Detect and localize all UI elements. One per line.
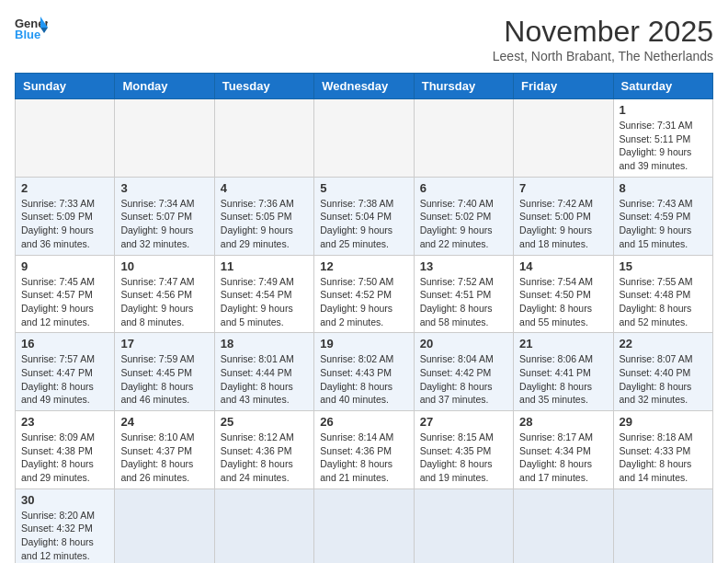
- day-number: 5: [320, 181, 407, 195]
- column-header-thursday: Thursday: [414, 74, 513, 99]
- day-info: Sunrise: 7:49 AM Sunset: 4:54 PM Dayligh…: [221, 275, 308, 329]
- day-number: 13: [420, 259, 507, 273]
- day-number: 28: [519, 415, 607, 429]
- day-number: 24: [120, 415, 208, 429]
- column-header-friday: Friday: [514, 74, 613, 99]
- title-area: November 2025 Leest, North Brabant, The …: [493, 15, 713, 63]
- calendar-cell: 11Sunrise: 7:49 AM Sunset: 4:54 PM Dayli…: [214, 255, 313, 333]
- calendar-cell: 24Sunrise: 8:10 AM Sunset: 4:37 PM Dayli…: [115, 411, 214, 489]
- calendar-week-row: 1Sunrise: 7:31 AM Sunset: 5:11 PM Daylig…: [16, 99, 713, 178]
- calendar-cell: 7Sunrise: 7:42 AM Sunset: 5:00 PM Daylig…: [514, 177, 613, 255]
- calendar-cell: 5Sunrise: 7:38 AM Sunset: 5:04 PM Daylig…: [314, 177, 414, 255]
- month-title: November 2025: [493, 15, 713, 49]
- day-info: Sunrise: 8:06 AM Sunset: 4:41 PM Dayligh…: [519, 352, 607, 407]
- svg-marker-3: [40, 28, 48, 33]
- calendar-cell: [414, 488, 513, 563]
- logo: General Blue: [15, 15, 48, 40]
- day-number: 19: [320, 337, 407, 350]
- calendar-cell: [214, 99, 313, 178]
- column-header-tuesday: Tuesday: [214, 74, 313, 99]
- day-info: Sunrise: 7:33 AM Sunset: 5:09 PM Dayligh…: [21, 197, 108, 251]
- day-number: 9: [21, 259, 108, 273]
- column-header-saturday: Saturday: [613, 74, 712, 99]
- svg-text:Blue: Blue: [15, 28, 40, 40]
- day-number: 25: [221, 415, 308, 429]
- day-info: Sunrise: 7:57 AM Sunset: 4:47 PM Dayligh…: [21, 352, 108, 407]
- calendar-cell: [115, 99, 214, 178]
- calendar-cell: 16Sunrise: 7:57 AM Sunset: 4:47 PM Dayli…: [16, 333, 115, 411]
- day-number: 14: [519, 259, 607, 273]
- calendar-cell: [214, 488, 313, 563]
- calendar-cell: 23Sunrise: 8:09 AM Sunset: 4:38 PM Dayli…: [16, 411, 115, 489]
- calendar-cell: [314, 488, 414, 563]
- calendar-cell: 2Sunrise: 7:33 AM Sunset: 5:09 PM Daylig…: [16, 177, 115, 255]
- day-number: 26: [320, 415, 407, 429]
- calendar-cell: 18Sunrise: 8:01 AM Sunset: 4:44 PM Dayli…: [214, 333, 313, 411]
- day-number: 10: [120, 259, 208, 273]
- calendar-cell: 14Sunrise: 7:54 AM Sunset: 4:50 PM Dayli…: [514, 255, 613, 333]
- calendar-cell: 28Sunrise: 8:17 AM Sunset: 4:34 PM Dayli…: [514, 411, 613, 489]
- day-number: 7: [519, 181, 607, 195]
- day-info: Sunrise: 8:17 AM Sunset: 4:34 PM Dayligh…: [519, 431, 607, 485]
- calendar-cell: 13Sunrise: 7:52 AM Sunset: 4:51 PM Dayli…: [414, 255, 513, 333]
- calendar-cell: 26Sunrise: 8:14 AM Sunset: 4:36 PM Dayli…: [314, 411, 414, 489]
- calendar-cell: 15Sunrise: 7:55 AM Sunset: 4:48 PM Dayli…: [613, 255, 712, 333]
- day-number: 6: [420, 181, 507, 195]
- calendar-cell: 29Sunrise: 8:18 AM Sunset: 4:33 PM Dayli…: [613, 411, 712, 489]
- day-number: 2: [21, 181, 108, 195]
- day-info: Sunrise: 8:04 AM Sunset: 4:42 PM Dayligh…: [420, 352, 507, 407]
- page-header: General Blue November 2025 Leest, North …: [15, 15, 713, 63]
- calendar-cell: 20Sunrise: 8:04 AM Sunset: 4:42 PM Dayli…: [414, 333, 513, 411]
- calendar-cell: [314, 99, 414, 178]
- day-info: Sunrise: 8:14 AM Sunset: 4:36 PM Dayligh…: [320, 431, 407, 485]
- day-number: 29: [620, 415, 707, 429]
- day-number: 18: [221, 337, 308, 350]
- day-number: 4: [221, 181, 308, 195]
- day-info: Sunrise: 8:18 AM Sunset: 4:33 PM Dayligh…: [620, 431, 707, 485]
- location-subtitle: Leest, North Brabant, The Netherlands: [493, 49, 713, 63]
- day-number: 11: [221, 259, 308, 273]
- calendar-cell: [414, 99, 513, 178]
- day-number: 3: [120, 181, 208, 195]
- column-header-monday: Monday: [115, 74, 214, 99]
- day-number: 22: [620, 337, 707, 350]
- day-number: 8: [620, 181, 707, 195]
- day-info: Sunrise: 8:10 AM Sunset: 4:37 PM Dayligh…: [120, 431, 208, 485]
- calendar-week-row: 23Sunrise: 8:09 AM Sunset: 4:38 PM Dayli…: [16, 411, 713, 489]
- day-number: 21: [519, 337, 607, 350]
- calendar-cell: 19Sunrise: 8:02 AM Sunset: 4:43 PM Dayli…: [314, 333, 414, 411]
- day-number: 17: [120, 337, 208, 350]
- calendar-cell: [514, 99, 613, 178]
- day-number: 16: [21, 337, 108, 350]
- calendar-week-row: 16Sunrise: 7:57 AM Sunset: 4:47 PM Dayli…: [16, 333, 713, 411]
- day-info: Sunrise: 7:42 AM Sunset: 5:00 PM Dayligh…: [519, 197, 607, 251]
- calendar-table: SundayMondayTuesdayWednesdayThursdayFrid…: [15, 73, 713, 563]
- day-info: Sunrise: 7:31 AM Sunset: 5:11 PM Dayligh…: [620, 119, 707, 173]
- day-number: 20: [420, 337, 507, 350]
- calendar-cell: 17Sunrise: 7:59 AM Sunset: 4:45 PM Dayli…: [115, 333, 214, 411]
- day-info: Sunrise: 8:09 AM Sunset: 4:38 PM Dayligh…: [21, 431, 108, 485]
- calendar-header-row: SundayMondayTuesdayWednesdayThursdayFrid…: [16, 74, 713, 99]
- day-info: Sunrise: 7:38 AM Sunset: 5:04 PM Dayligh…: [320, 197, 407, 251]
- calendar-cell: 9Sunrise: 7:45 AM Sunset: 4:57 PM Daylig…: [16, 255, 115, 333]
- day-info: Sunrise: 8:07 AM Sunset: 4:40 PM Dayligh…: [620, 352, 707, 407]
- day-number: 12: [320, 259, 407, 273]
- calendar-cell: 12Sunrise: 7:50 AM Sunset: 4:52 PM Dayli…: [314, 255, 414, 333]
- day-info: Sunrise: 7:59 AM Sunset: 4:45 PM Dayligh…: [120, 352, 208, 407]
- calendar-cell: 10Sunrise: 7:47 AM Sunset: 4:56 PM Dayli…: [115, 255, 214, 333]
- calendar-cell: [16, 99, 115, 178]
- calendar-cell: [613, 488, 712, 563]
- day-info: Sunrise: 7:55 AM Sunset: 4:48 PM Dayligh…: [620, 275, 707, 329]
- day-info: Sunrise: 8:15 AM Sunset: 4:35 PM Dayligh…: [420, 431, 507, 485]
- logo-icon: General Blue: [15, 15, 48, 40]
- calendar-cell: 3Sunrise: 7:34 AM Sunset: 5:07 PM Daylig…: [115, 177, 214, 255]
- day-number: 15: [620, 259, 707, 273]
- day-info: Sunrise: 8:20 AM Sunset: 4:32 PM Dayligh…: [21, 509, 108, 563]
- calendar-cell: 21Sunrise: 8:06 AM Sunset: 4:41 PM Dayli…: [514, 333, 613, 411]
- calendar-cell: 22Sunrise: 8:07 AM Sunset: 4:40 PM Dayli…: [613, 333, 712, 411]
- day-info: Sunrise: 7:54 AM Sunset: 4:50 PM Dayligh…: [519, 275, 607, 329]
- day-number: 1: [620, 103, 707, 117]
- day-info: Sunrise: 7:43 AM Sunset: 4:59 PM Dayligh…: [620, 197, 707, 251]
- day-number: 30: [21, 493, 108, 507]
- calendar-cell: 27Sunrise: 8:15 AM Sunset: 4:35 PM Dayli…: [414, 411, 513, 489]
